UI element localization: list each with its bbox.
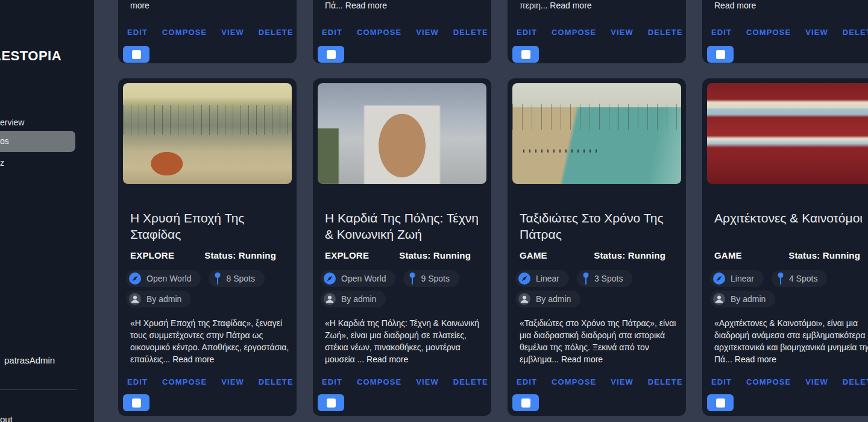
scenario-description: «Η Χρυσή Εποχή της Σταφίδας», ξεναγεί το… (130, 317, 291, 365)
view-button[interactable]: VIEW (798, 27, 835, 38)
scenario-description: «Η Καρδιά της Πόλης: Τέχνη & Κοινωνική Ζ… (325, 317, 485, 365)
publish-checkbox[interactable] (123, 46, 149, 63)
compose-button[interactable]: COMPOSE (739, 27, 798, 38)
publish-checkbox[interactable] (512, 394, 539, 411)
view-button[interactable]: VIEW (603, 376, 641, 388)
scenario-cover-image (123, 83, 292, 184)
current-username: patrasAdmin (4, 355, 55, 365)
delete-button[interactable]: DELETE (446, 27, 495, 38)
compose-button[interactable]: COMPOSE (739, 376, 798, 388)
logout-button[interactable]: out (0, 414, 13, 422)
scenario-meta: EXPLORE Status: Running (130, 250, 276, 260)
read-more-link[interactable]: Read more (550, 1, 591, 10)
delete-button[interactable]: DELETE (835, 27, 868, 38)
compose-button[interactable]: COMPOSE (350, 27, 409, 38)
view-button[interactable]: VIEW (603, 27, 641, 38)
edit-button[interactable]: EDIT (120, 27, 155, 38)
view-button[interactable]: VIEW (214, 376, 251, 388)
compose-button[interactable]: COMPOSE (544, 27, 603, 38)
scenario-cover-image (512, 83, 681, 184)
status-badge: Status: Running (399, 250, 471, 260)
delete-button[interactable]: DELETE (641, 27, 690, 38)
author-chip: By admin (515, 291, 580, 307)
spots-chip: 8 Spots (209, 270, 264, 287)
delete-button[interactable]: DELETE (251, 376, 301, 388)
edit-button[interactable]: EDIT (315, 27, 350, 38)
sidebar-item-quiz[interactable]: z (0, 158, 4, 168)
app-logo: AESTOPIA (0, 48, 61, 64)
view-button[interactable]: VIEW (409, 376, 446, 388)
publish-checkbox[interactable] (707, 394, 734, 411)
read-more-link[interactable]: Read more (172, 354, 214, 364)
scenario-card-raisin-era: Η Χρυσή Εποχή Της Σταφίδας EXPLORE Statu… (118, 78, 297, 416)
publish-checkbox[interactable] (123, 394, 149, 411)
scenario-title: Η Χρυσή Εποχή Της Σταφίδας (130, 210, 289, 242)
avatar-icon (518, 293, 530, 305)
edit-button[interactable]: EDIT (120, 376, 155, 388)
compose-button[interactable]: COMPOSE (544, 376, 603, 388)
compose-button[interactable]: COMPOSE (155, 376, 214, 388)
publish-checkbox[interactable] (512, 46, 539, 63)
delete-button[interactable]: DELETE (641, 376, 690, 388)
scenario-chips: Linear 3 Spots (515, 270, 632, 287)
compass-icon (129, 272, 141, 285)
compass-icon (713, 272, 725, 285)
card-actions: EDIT COMPOSE VIEW DELETE (315, 27, 495, 38)
edit-button[interactable]: EDIT (704, 376, 739, 388)
edit-button[interactable]: EDIT (704, 27, 739, 38)
spots-chip: 4 Spots (772, 270, 827, 287)
mode-chip: Linear (710, 270, 764, 287)
pin-icon (778, 272, 784, 285)
scenario-type: EXPLORE (130, 250, 174, 260)
read-more-link[interactable]: Read more (345, 1, 387, 10)
pin-icon (215, 272, 221, 285)
view-button[interactable]: VIEW (214, 27, 251, 38)
view-button[interactable]: VIEW (409, 27, 446, 38)
checkbox-check-icon (327, 50, 336, 59)
scenario-title: Ταξιδιώτες Στο Χρόνο Της Πάτρας (520, 210, 679, 242)
edit-button[interactable]: EDIT (315, 376, 350, 388)
sidebar-item-overview[interactable]: erview (0, 118, 24, 127)
scenario-meta: EXPLORE Status: Running (325, 250, 471, 260)
avatar-icon (713, 293, 725, 305)
checkbox-check-icon (132, 398, 141, 408)
status-badge: Status: Running (594, 250, 665, 260)
compose-button[interactable]: COMPOSE (350, 376, 409, 388)
checkbox-check-icon (521, 398, 530, 408)
compass-icon (324, 272, 336, 285)
delete-button[interactable]: DELETE (251, 27, 301, 38)
card-actions: EDIT COMPOSE VIEW DELETE (509, 376, 690, 388)
publish-checkbox[interactable] (707, 46, 734, 63)
pin-icon (583, 272, 589, 285)
read-more-link[interactable]: Read more (714, 1, 756, 10)
author-chip: By admin (710, 291, 775, 307)
spots-chip: 9 Spots (403, 270, 459, 287)
delete-button[interactable]: DELETE (446, 376, 495, 388)
checkbox-check-icon (716, 50, 725, 59)
read-more-link[interactable]: Read more (366, 354, 408, 364)
read-more-link[interactable]: Read more (735, 354, 776, 364)
publish-checkbox[interactable] (318, 46, 344, 63)
status-badge: Status: Running (204, 250, 276, 260)
mode-chip: Open World (126, 270, 201, 287)
scenario-card-architects: Αρχιτέκτονες & Καινοτόμοι GAME Status: R… (702, 78, 868, 416)
scenario-cover-image (707, 83, 868, 184)
read-more-link[interactable]: Read more (561, 354, 603, 364)
scenario-author-row: By admin (126, 291, 191, 307)
status-badge: Status: Running (788, 250, 860, 260)
description-tail: Πά... Read more (325, 1, 483, 11)
view-button[interactable]: VIEW (798, 376, 835, 388)
delete-button[interactable]: DELETE (835, 376, 868, 388)
mode-chip: Linear (515, 270, 569, 287)
edit-button[interactable]: EDIT (509, 376, 544, 388)
compose-button[interactable]: COMPOSE (155, 27, 214, 38)
card-actions: EDIT COMPOSE VIEW DELETE (704, 376, 868, 388)
scenario-author-row: By admin (515, 291, 580, 307)
compass-icon (518, 272, 530, 285)
sidebar-item-scenarios[interactable]: os (0, 131, 75, 152)
publish-checkbox[interactable] (318, 394, 344, 411)
description-tail: Read more (714, 1, 868, 11)
edit-button[interactable]: EDIT (509, 27, 544, 38)
scenario-title: Αρχιτέκτονες & Καινοτόμοι (714, 210, 868, 226)
scenario-description: «Αρχιτέκτονες & Καινοτόμοι», είναι μια δ… (714, 317, 868, 365)
